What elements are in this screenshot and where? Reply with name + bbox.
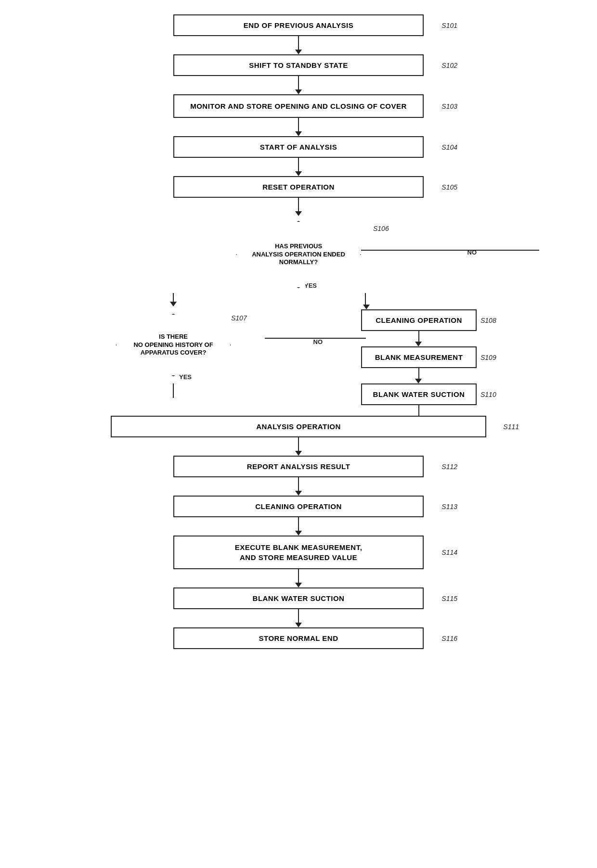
step-s114: EXECUTE BLANK MEASUREMENT,AND STORE MEAS… xyxy=(173,536,424,569)
step-s116: STORE NORMAL END xyxy=(173,627,424,649)
no-label-s107: NO xyxy=(313,338,323,345)
arrow-s108-s109 xyxy=(418,331,419,342)
step-s116-wrapper: STORE NORMAL END S116 xyxy=(173,627,424,649)
step-s110: BLANK WATER SUCTION xyxy=(361,383,477,405)
arrowhead-5 xyxy=(295,211,302,216)
label-s114: S114 xyxy=(441,549,457,556)
step-s105-wrapper: RESET OPERATION S105 xyxy=(173,176,424,198)
step-s113: CLEANING OPERATION xyxy=(173,496,424,517)
s109-row: BLANK MEASUREMENT S109 xyxy=(361,346,496,368)
arrowhead-s108-s109 xyxy=(415,342,422,346)
arrow-s114-s115 xyxy=(298,569,299,583)
arrow-s110-s111 xyxy=(418,405,419,416)
step-s114-wrapper: EXECUTE BLANK MEASUREMENT,AND STORE MEAS… xyxy=(173,536,424,569)
step-s101: END OF PREVIOUS ANALYSIS xyxy=(173,14,424,36)
step-s111: ANALYSIS OPERATION xyxy=(111,416,486,437)
arrow-6 xyxy=(173,293,174,302)
step-s102: SHIFT TO STANDBY STATE xyxy=(173,54,424,76)
label-s113: S113 xyxy=(441,503,457,511)
step-s111-wrapper: ANALYSIS OPERATION S111 xyxy=(111,416,486,437)
arrow-s111-s112 xyxy=(298,437,299,451)
step-s113-wrapper: CLEANING OPERATION S113 xyxy=(173,496,424,517)
label-s106: S106 xyxy=(373,225,389,232)
step-s115: BLANK WATER SUCTION xyxy=(173,587,424,609)
flowchart: END OF PREVIOUS ANALYSIS S101 SHIFT TO S… xyxy=(82,14,515,649)
arrowhead-s115-s116 xyxy=(295,623,302,627)
arrowhead-2 xyxy=(295,89,302,94)
s108-row: CLEANING OPERATION S108 xyxy=(361,309,496,331)
no-line-s107 xyxy=(265,338,366,339)
arrowhead-4 xyxy=(295,171,302,176)
arrowhead-s113-s114 xyxy=(295,531,302,536)
s110-row: BLANK WATER SUCTION S110 xyxy=(361,383,496,405)
no-line-s106 xyxy=(361,250,539,251)
label-s102: S102 xyxy=(441,62,457,69)
arrow-s109-s110 xyxy=(418,368,419,379)
decision-s107-container: S107 YES NO IS THERENO OPENING HISTORY O… xyxy=(82,306,265,383)
label-s109: S109 xyxy=(480,354,496,361)
arrowhead-s112-s113 xyxy=(295,491,302,496)
yes-label-s107: YES xyxy=(179,373,192,381)
step-s105: RESET OPERATION xyxy=(173,176,424,198)
arrow-s112-s113 xyxy=(298,477,299,491)
label-s112: S112 xyxy=(441,463,457,471)
arrow-2 xyxy=(298,76,299,89)
arrow-no-top xyxy=(365,293,366,305)
step-s112: REPORT ANALYSIS RESULT xyxy=(173,456,424,477)
arrowhead-1 xyxy=(295,50,302,54)
step-s104-wrapper: START OF ANALYSIS S104 xyxy=(173,136,424,158)
arrowhead-no-s106 xyxy=(363,305,370,309)
arrowhead-s109-s110 xyxy=(415,379,422,383)
branch-s106: S107 YES NO IS THERENO OPENING HISTORY O… xyxy=(82,293,515,416)
step-s103: MONITOR AND STORE OPENING AND CLOSING OF… xyxy=(173,94,424,118)
label-s107: S107 xyxy=(231,314,247,322)
diamond-s107-label: IS THERENO OPENING HISTORY OFAPPARATUS C… xyxy=(130,333,217,357)
arrow-5 xyxy=(298,198,299,211)
arrow-s115-s116 xyxy=(298,609,299,623)
arrow-s113-s114 xyxy=(298,517,299,531)
label-s111: S111 xyxy=(503,423,519,431)
step-s103-wrapper: MONITOR AND STORE OPENING AND CLOSING OF… xyxy=(173,94,424,118)
step-s102-wrapper: SHIFT TO STANDBY STATE S102 xyxy=(173,54,424,76)
label-s101: S101 xyxy=(441,22,457,29)
step-s104: START OF ANALYSIS xyxy=(173,136,424,158)
step-s109: BLANK MEASUREMENT xyxy=(361,346,477,368)
diamond-s106-label: HAS PREVIOUSANALYSIS OPERATION ENDEDNORM… xyxy=(250,243,347,267)
decision-s106-container: S106 NO YES HAS PREVIOUSANALYSIS OPERATI… xyxy=(82,216,515,293)
arrow-4 xyxy=(298,158,299,171)
label-s116: S116 xyxy=(441,635,457,642)
arrowhead-3 xyxy=(295,131,302,136)
label-s108: S108 xyxy=(480,317,496,324)
left-yes-branch: S107 YES NO IS THERENO OPENING HISTORY O… xyxy=(82,293,265,416)
label-s104: S104 xyxy=(441,143,457,151)
step-s108: CLEANING OPERATION xyxy=(361,309,477,331)
arrowhead-6 xyxy=(170,302,177,306)
label-s103: S103 xyxy=(441,102,457,110)
label-s105: S105 xyxy=(441,183,457,191)
arrowhead-s111-s112 xyxy=(295,451,302,456)
label-s110: S110 xyxy=(480,391,496,398)
arrow-3 xyxy=(298,118,299,131)
right-no-branch: CLEANING OPERATION S108 BLANK MEASUREMEN… xyxy=(361,293,515,416)
label-s115: S115 xyxy=(441,595,457,602)
step-s112-wrapper: REPORT ANALYSIS RESULT S112 xyxy=(173,456,424,477)
arrow-1 xyxy=(298,36,299,50)
arrowhead-s114-s115 xyxy=(295,583,302,587)
step-s108-wrapper xyxy=(361,305,370,309)
step-s115-wrapper: BLANK WATER SUCTION S115 xyxy=(173,587,424,609)
step-s101-wrapper: END OF PREVIOUS ANALYSIS S101 xyxy=(173,14,424,36)
arrow-yes-s107 xyxy=(173,383,174,398)
